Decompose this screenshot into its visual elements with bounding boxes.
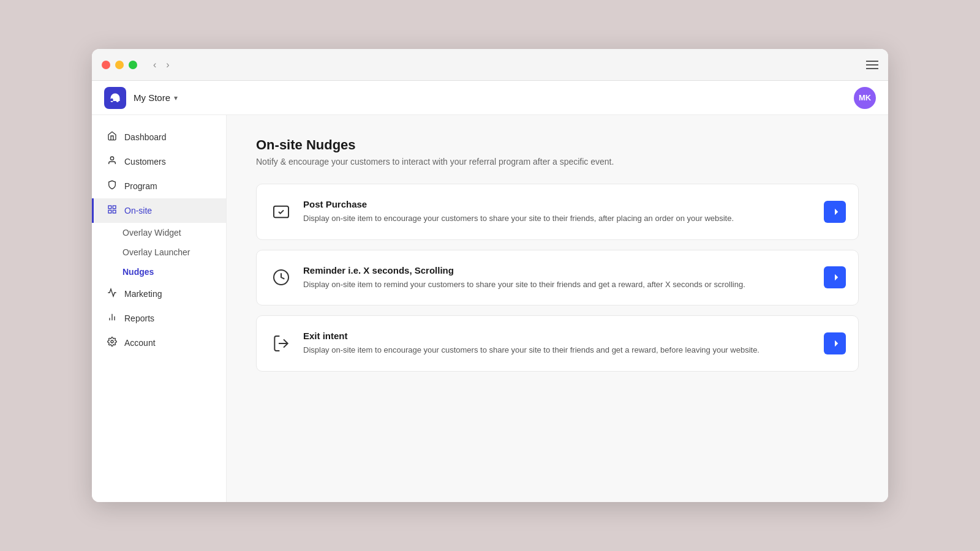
- nudge-text-reminder: Reminder i.e. X seconds, Scrolling Displ…: [303, 265, 814, 291]
- nudge-text-post-purchase: Post Purchase Display on-site item to en…: [303, 199, 814, 225]
- store-selector[interactable]: My Store ▾: [134, 92, 178, 103]
- sidebar-label-dashboard: Dashboard: [124, 132, 167, 142]
- svg-rect-1: [108, 206, 111, 209]
- home-icon: [106, 131, 118, 143]
- sidebar-label-marketing: Marketing: [124, 289, 162, 299]
- reminder-icon: [269, 265, 293, 290]
- nudges-label: Nudges: [123, 267, 154, 277]
- chevron-down-icon: ▾: [174, 94, 178, 102]
- sidebar-submenu-onsite: Overlay Widget Overlay Launcher Nudges: [92, 223, 226, 282]
- close-button[interactable]: [102, 61, 110, 69]
- reminder-arrow-button[interactable]: [824, 266, 846, 288]
- sidebar-item-customers[interactable]: Customers: [92, 149, 226, 174]
- avatar[interactable]: MK: [854, 87, 876, 109]
- traffic-lights: [102, 61, 137, 69]
- sidebar-item-dashboard[interactable]: Dashboard: [92, 125, 226, 149]
- sidebar: Dashboard Customers Program On-site: [92, 115, 227, 502]
- bar-chart-icon: [106, 312, 118, 324]
- app-window: ‹ › My Store ▾ MK: [92, 49, 888, 502]
- back-button[interactable]: ‹: [149, 57, 160, 73]
- nudge-card-desc-exit-intent: Display on-site item to encourage your c…: [303, 344, 814, 356]
- sidebar-label-customers: Customers: [124, 157, 166, 167]
- page-title: On-site Nudges: [256, 137, 859, 153]
- svg-rect-2: [113, 206, 116, 209]
- nav-arrows: ‹ ›: [149, 57, 173, 73]
- post-purchase-arrow-button[interactable]: [824, 201, 846, 223]
- person-icon: [106, 156, 118, 168]
- sidebar-item-onsite[interactable]: On-site: [92, 198, 226, 223]
- main-content: On-site Nudges Notify & encourage your c…: [227, 115, 888, 502]
- titlebar: ‹ ›: [92, 49, 888, 81]
- minimize-button[interactable]: [115, 61, 124, 69]
- sidebar-item-program[interactable]: Program: [92, 174, 226, 198]
- svg-point-0: [110, 157, 113, 160]
- sidebar-item-overlay-launcher[interactable]: Overlay Launcher: [123, 242, 226, 262]
- page-subtitle: Notify & encourage your customers to int…: [256, 157, 859, 167]
- svg-rect-4: [108, 210, 111, 213]
- exit-intent-icon: [269, 331, 293, 356]
- sidebar-label-program: Program: [124, 181, 157, 191]
- menu-icon[interactable]: [866, 61, 878, 69]
- nudge-card-title-post-purchase: Post Purchase: [303, 199, 814, 209]
- svg-point-8: [111, 340, 113, 343]
- appbar: My Store ▾ MK: [92, 81, 888, 115]
- store-name: My Store: [134, 92, 170, 103]
- sidebar-item-account[interactable]: Account: [92, 331, 226, 355]
- main-layout: Dashboard Customers Program On-site: [92, 115, 888, 502]
- sidebar-item-reports[interactable]: Reports: [92, 306, 226, 331]
- nudge-card-post-purchase: Post Purchase Display on-site item to en…: [256, 184, 859, 240]
- maximize-button[interactable]: [129, 61, 137, 69]
- nudge-card-reminder: Reminder i.e. X seconds, Scrolling Displ…: [256, 250, 859, 306]
- nudge-card-title-exit-intent: Exit intent: [303, 331, 814, 341]
- grid-icon: [106, 204, 118, 217]
- gear-icon: [106, 337, 118, 349]
- svg-rect-3: [113, 210, 116, 213]
- nudge-card-desc-reminder: Display on-site item to remind your cust…: [303, 279, 814, 291]
- appbar-right: MK: [854, 87, 876, 109]
- app-logo: [104, 87, 126, 109]
- overlay-launcher-label: Overlay Launcher: [123, 247, 190, 257]
- sidebar-label-account: Account: [124, 338, 156, 348]
- overlay-widget-label: Overlay Widget: [123, 228, 181, 238]
- sidebar-item-overlay-widget[interactable]: Overlay Widget: [123, 223, 226, 242]
- shield-icon: [106, 180, 118, 192]
- nudge-text-exit-intent: Exit intent Display on-site item to enco…: [303, 331, 814, 356]
- forward-button[interactable]: ›: [162, 57, 173, 73]
- exit-intent-arrow-button[interactable]: [824, 332, 846, 354]
- nudge-card-title-reminder: Reminder i.e. X seconds, Scrolling: [303, 265, 814, 276]
- sidebar-item-marketing[interactable]: Marketing: [92, 282, 226, 306]
- titlebar-right: [866, 61, 878, 69]
- marketing-icon: [106, 288, 118, 300]
- nudge-card-exit-intent: Exit intent Display on-site item to enco…: [256, 315, 859, 372]
- sidebar-label-reports: Reports: [124, 313, 154, 323]
- sidebar-label-onsite: On-site: [124, 206, 152, 216]
- sidebar-item-nudges[interactable]: Nudges: [123, 262, 226, 282]
- nudge-card-desc-post-purchase: Display on-site item to encourage your c…: [303, 212, 814, 225]
- post-purchase-icon: [269, 200, 293, 224]
